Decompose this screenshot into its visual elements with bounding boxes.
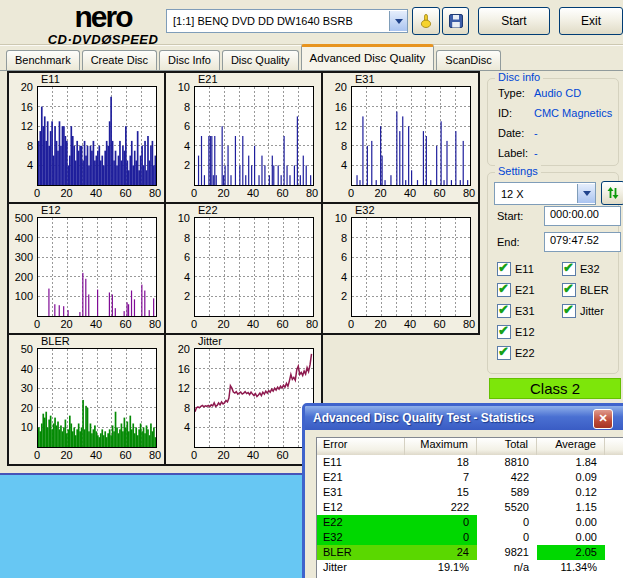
checkbox-label: E12 xyxy=(515,326,535,338)
check-mark-icon: ✔ xyxy=(498,344,509,359)
save-button[interactable] xyxy=(442,7,469,35)
x-tick-label: 60 xyxy=(276,187,288,199)
column-header-total[interactable]: Total xyxy=(477,438,537,455)
y-tick-label: 8 xyxy=(166,101,190,113)
checkbox-label: E31 xyxy=(515,305,535,317)
y-tick-label: 100 xyxy=(9,290,33,302)
stat-row-bler: BLER2498212.05 xyxy=(317,545,623,560)
info-value: CMC Magnetics xyxy=(534,107,612,119)
y-tick-label: 4 xyxy=(323,271,347,283)
checkbox-box[interactable]: ✔ xyxy=(497,325,511,339)
column-header-average[interactable]: Average xyxy=(537,438,605,455)
x-tick-label: 0 xyxy=(191,449,197,461)
tab-benchmark[interactable]: Benchmark xyxy=(6,50,80,70)
statistics-table-header: ErrorMaximumTotalAverage xyxy=(317,438,623,455)
save-disk-icon xyxy=(449,14,463,28)
chart-cell-jitter: Jitter48121620020406080 xyxy=(164,333,323,466)
stat-cell: 0.00 xyxy=(537,515,605,530)
y-tick-label: 4 xyxy=(166,271,190,283)
checkbox-box[interactable]: ✔ xyxy=(497,262,511,276)
checkbox-box[interactable]: ✔ xyxy=(497,283,511,297)
tab-scandisc[interactable]: ScanDisc xyxy=(436,50,500,70)
exit-button[interactable]: Exit xyxy=(559,7,623,35)
y-tick-label: 40 xyxy=(9,363,33,375)
x-tick-label: 0 xyxy=(34,187,40,199)
chart-plot-e21 xyxy=(194,86,314,186)
tab-create-disc[interactable]: Create Disc xyxy=(82,50,157,70)
start-time-field[interactable]: 000:00.00 xyxy=(544,206,621,226)
checkbox-e22[interactable]: ✔E22 xyxy=(497,346,535,360)
stat-row-e21: E2174220.09 xyxy=(317,470,623,485)
checkbox-box[interactable]: ✔ xyxy=(562,262,576,276)
chart-title-e22: E22 xyxy=(198,204,218,216)
y-tick-label: 10 xyxy=(166,81,190,93)
checkbox-label: Jitter xyxy=(580,305,604,317)
start-button[interactable]: Start xyxy=(478,7,550,35)
stat-cell: 222 xyxy=(405,500,477,515)
exit-button-label: Exit xyxy=(581,14,601,28)
checkbox-e21[interactable]: ✔E21 xyxy=(497,283,535,297)
checkbox-e32[interactable]: ✔E32 xyxy=(562,262,600,276)
y-tick-label: 2 xyxy=(166,290,190,302)
chart-plot-jitter xyxy=(194,348,314,448)
options-button[interactable] xyxy=(412,7,440,35)
check-mark-icon: ✔ xyxy=(563,302,574,317)
speed-combobox[interactable]: 12 X xyxy=(494,182,596,205)
tab-disc-info[interactable]: Disc Info xyxy=(159,50,220,70)
checkbox-box[interactable]: ✔ xyxy=(562,283,576,297)
close-icon[interactable]: ✕ xyxy=(593,409,613,429)
settings-title: Settings xyxy=(495,165,541,177)
checkbox-e11[interactable]: ✔E11 xyxy=(497,262,534,276)
checkbox-bler[interactable]: ✔BLER xyxy=(562,283,609,297)
checkbox-label: E11 xyxy=(515,263,534,275)
x-tick-label: 20 xyxy=(217,318,229,330)
tab-disc-quality[interactable]: Disc Quality xyxy=(222,50,299,70)
checkbox-label: E22 xyxy=(515,347,535,359)
chart-title-bler: BLER xyxy=(41,335,70,347)
y-tick-label: 20 xyxy=(166,343,190,355)
hand-options-icon xyxy=(418,13,434,29)
y-tick-label: 8 xyxy=(166,402,190,414)
y-tick-label: 4 xyxy=(9,159,33,171)
x-tick-label: 0 xyxy=(348,187,354,199)
drive-selector-combobox[interactable]: [1:1] BENQ DVD DD DW1640 BSRB xyxy=(166,9,408,33)
stat-cell: n/a xyxy=(477,560,537,575)
stat-row-e22: E22000.00 xyxy=(317,515,623,530)
stat-cell: E11 xyxy=(317,455,405,470)
y-tick-label: 12 xyxy=(166,382,190,394)
end-time-field[interactable]: 079:47.52 xyxy=(544,232,621,252)
stat-cell: E22 xyxy=(317,515,405,530)
refresh-button[interactable] xyxy=(601,181,623,205)
start-time-label: Start: xyxy=(497,210,523,222)
chart-title-e11: E11 xyxy=(41,73,60,85)
check-mark-icon: ✔ xyxy=(498,323,509,338)
check-mark-icon: ✔ xyxy=(498,302,509,317)
statistics-table: ErrorMaximumTotalAverage E111888101.84E2… xyxy=(316,437,623,578)
checkbox-jitter[interactable]: ✔Jitter xyxy=(562,304,604,318)
stat-row-e31: E31155890.12 xyxy=(317,485,623,500)
x-tick-label: 80 xyxy=(149,187,161,199)
checkbox-e12[interactable]: ✔E12 xyxy=(497,325,535,339)
stat-cell: 11.34% xyxy=(537,560,605,575)
stat-row-e11: E111888101.84 xyxy=(317,455,623,470)
y-tick-label: 300 xyxy=(9,251,33,263)
column-header-maximum[interactable]: Maximum xyxy=(405,438,477,455)
checkbox-box[interactable]: ✔ xyxy=(562,304,576,318)
tab-advanced-disc-quality[interactable]: Advanced Disc Quality xyxy=(301,44,435,70)
dropdown-arrow-icon[interactable] xyxy=(577,184,595,203)
checkbox-box[interactable]: ✔ xyxy=(497,346,511,360)
chart-title-e12: E12 xyxy=(41,204,61,216)
chart-title-e32: E32 xyxy=(355,204,375,216)
chart-plot-e11 xyxy=(37,86,157,186)
checkbox-e31[interactable]: ✔E31 xyxy=(497,304,535,318)
dropdown-arrow-icon[interactable] xyxy=(389,11,407,31)
column-header-error[interactable]: Error xyxy=(317,438,405,455)
y-tick-label: 4 xyxy=(166,140,190,152)
statistics-dialog-titlebar[interactable]: Advanced Disc Quality Test - Statistics xyxy=(305,406,623,430)
checkbox-box[interactable]: ✔ xyxy=(497,304,511,318)
x-tick-label: 60 xyxy=(276,449,288,461)
y-tick-label: 20 xyxy=(9,402,33,414)
x-tick-label: 40 xyxy=(247,318,259,330)
x-tick-label: 80 xyxy=(463,318,475,330)
checkbox-label: E32 xyxy=(580,263,600,275)
